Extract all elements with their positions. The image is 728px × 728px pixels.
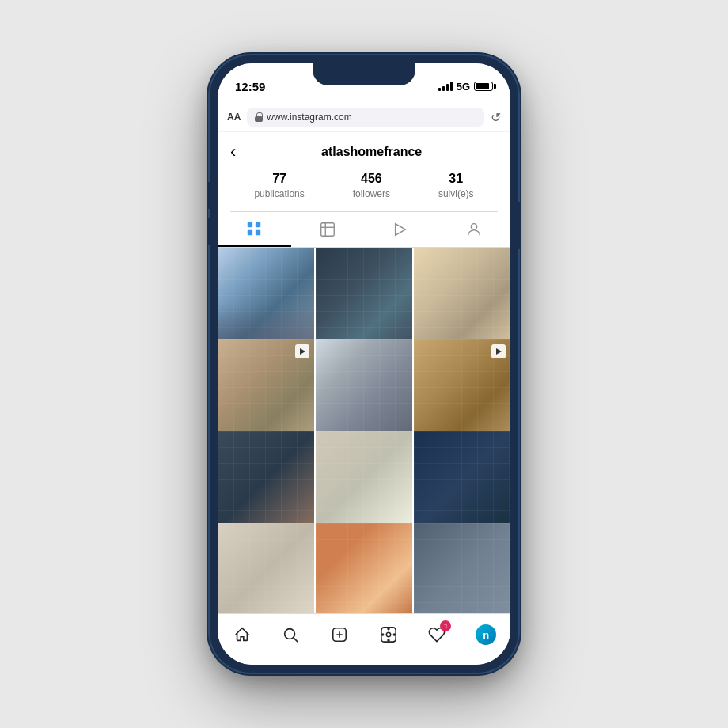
svg-point-21	[393, 634, 395, 635]
nav-add[interactable]	[322, 620, 357, 649]
tab-tagged[interactable]	[438, 212, 511, 247]
publications-label: publications	[254, 188, 304, 199]
notch	[313, 63, 415, 85]
browser-url-bar[interactable]: www.instagram.com	[247, 108, 484, 127]
nav-home[interactable]	[225, 620, 260, 649]
status-icons: 5G	[438, 81, 493, 93]
lock-icon	[255, 112, 263, 122]
publications-count: 77	[254, 172, 304, 186]
signal-bars	[438, 82, 453, 91]
svg-marker-7	[396, 224, 406, 236]
stat-publications: 77 publications	[254, 172, 304, 200]
profile-username: atlashomefrance	[245, 145, 498, 159]
browser-bar: AA www.instagram.com ↺	[218, 103, 510, 132]
stat-following: 31 suivi(e)s	[438, 172, 474, 200]
tab-video[interactable]	[364, 212, 438, 247]
grid-item-5[interactable]	[316, 339, 412, 436]
grid-item-3[interactable]	[414, 248, 510, 344]
grid-item-2[interactable]	[316, 248, 412, 344]
svg-point-11	[285, 629, 295, 639]
svg-line-12	[294, 638, 298, 642]
browser-aa[interactable]: AA	[227, 112, 241, 123]
svg-rect-2	[248, 230, 252, 235]
phone-screen: 12:59 5G AA www.instagram.com ↺	[218, 63, 510, 665]
grid-item-7[interactable]	[218, 431, 314, 528]
battery-fill	[476, 83, 489, 89]
grid-item-11[interactable]	[316, 523, 412, 613]
grid-item-12[interactable]	[414, 523, 510, 613]
svg-rect-0	[248, 222, 252, 227]
nav-reels[interactable]	[371, 620, 406, 649]
grid-item-1[interactable]	[218, 248, 314, 344]
svg-point-20	[382, 634, 384, 635]
notification-badge: 1	[440, 620, 451, 631]
video-indicator-4	[295, 344, 309, 358]
tab-grid[interactable]	[218, 212, 291, 247]
status-bar: 12:59 5G	[218, 63, 510, 103]
tab-reels[interactable]	[291, 212, 365, 247]
grid-item-8[interactable]	[316, 431, 412, 528]
phone-mockup: 12:59 5G AA www.instagram.com ↺	[210, 55, 518, 673]
svg-marker-10	[496, 348, 502, 355]
volume-up-button[interactable]	[207, 182, 210, 209]
svg-rect-4	[321, 223, 335, 237]
instagram-content: ‹ atlashomefrance 77 publications 456 fo…	[218, 132, 510, 665]
svg-rect-1	[256, 222, 260, 227]
nav-profile[interactable]: n	[468, 620, 503, 649]
nav-notifications[interactable]: 1	[419, 620, 454, 649]
svg-point-8	[471, 224, 476, 229]
browser-url: www.instagram.com	[267, 112, 351, 123]
grid-item-9[interactable]	[414, 431, 510, 528]
profile-tabs	[218, 212, 510, 248]
profile-stats: 77 publications 456 followers 31 suivi(e…	[230, 172, 498, 212]
refresh-button[interactable]: ↺	[491, 110, 501, 125]
photo-grid	[218, 248, 510, 613]
grid-item-6[interactable]	[414, 339, 510, 436]
followers-label: followers	[353, 188, 390, 199]
svg-rect-3	[256, 230, 260, 235]
video-indicator-6	[491, 344, 506, 358]
svg-point-17	[386, 632, 391, 637]
grid-item-4[interactable]	[218, 339, 314, 436]
stat-followers: 456 followers	[353, 172, 390, 200]
nav-search[interactable]	[273, 620, 308, 649]
status-time: 12:59	[235, 80, 265, 93]
battery-icon	[474, 82, 493, 91]
profile-avatar: n	[476, 624, 496, 645]
back-button[interactable]: ‹	[230, 142, 236, 162]
profile-header: ‹ atlashomefrance 77 publications 456 fo…	[218, 132, 510, 212]
following-label: suivi(e)s	[438, 188, 474, 199]
power-button[interactable]	[518, 202, 521, 249]
network-label: 5G	[457, 81, 470, 93]
svg-point-19	[388, 639, 389, 641]
following-count: 31	[438, 172, 474, 186]
svg-point-18	[388, 628, 389, 630]
bottom-nav: 1 n	[218, 613, 510, 665]
svg-marker-9	[300, 348, 305, 355]
volume-down-button[interactable]	[207, 218, 210, 245]
followers-count: 456	[353, 172, 390, 186]
grid-item-10[interactable]	[218, 523, 314, 613]
profile-nav: ‹ atlashomefrance	[230, 142, 498, 162]
